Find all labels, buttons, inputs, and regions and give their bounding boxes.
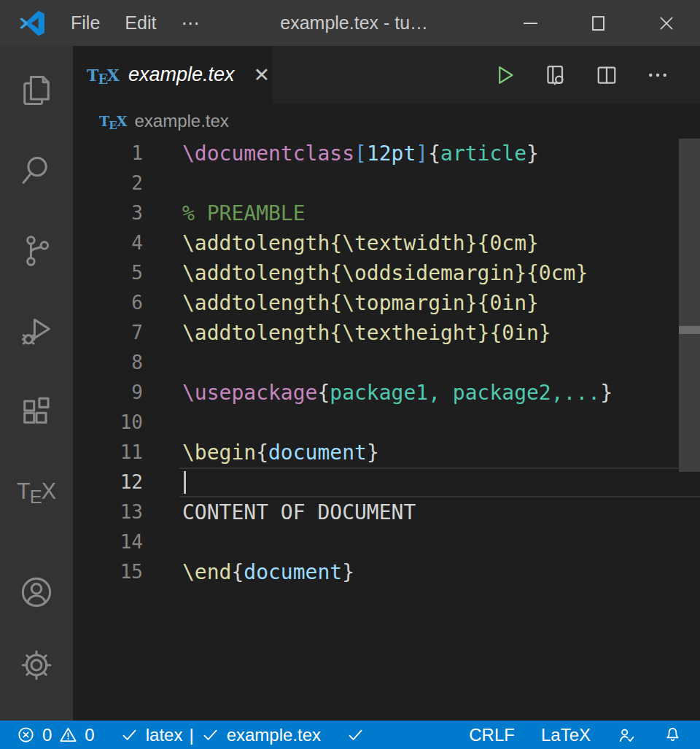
close-window-button[interactable] xyxy=(632,0,700,46)
tab-example-tex[interactable]: TEX example.tex ✕ xyxy=(75,46,273,104)
activity-item-extensions[interactable] xyxy=(0,371,73,451)
code-token: 12pt xyxy=(367,141,416,166)
line-number[interactable]: 15 xyxy=(73,557,143,587)
status-item-notifications[interactable] xyxy=(663,725,682,745)
maximize-button[interactable] xyxy=(564,0,632,46)
code-line-10[interactable]: 10 xyxy=(73,408,700,438)
line-content: \documentclass[12pt]{article} xyxy=(143,139,539,168)
status-item-language-mode[interactable]: LaTeX xyxy=(541,725,591,745)
run-debug-icon xyxy=(18,312,55,350)
code-line-6[interactable]: 6\addtolength{\topmargin}{0in} xyxy=(73,288,700,318)
menu-edit[interactable]: Edit xyxy=(112,0,168,46)
status-text: 0 xyxy=(42,725,52,745)
code-token: CONTENT OF DOCUMENT xyxy=(182,500,416,524)
line-number[interactable]: 14 xyxy=(73,527,143,557)
line-number[interactable]: 1 xyxy=(73,139,143,168)
view-latex-pdf-button[interactable] xyxy=(542,62,569,88)
search-icon xyxy=(18,152,55,190)
check-icon xyxy=(346,725,365,745)
line-number[interactable]: 8 xyxy=(73,348,143,378)
line-content xyxy=(143,527,182,557)
code-line-14[interactable]: 14 xyxy=(73,527,700,557)
line-number[interactable]: 2 xyxy=(73,168,143,198)
line-number[interactable]: 7 xyxy=(73,318,143,348)
code-token: } xyxy=(526,141,539,166)
line-number[interactable]: 3 xyxy=(73,198,143,228)
status-item-problems[interactable]: 00 xyxy=(16,725,95,745)
status-item-eol-sequence[interactable]: CRLF xyxy=(469,725,515,745)
code-line-8[interactable]: 8 xyxy=(73,348,700,378)
code-token: \addtolength{\textheight}{0in} xyxy=(182,321,551,345)
code-line-9[interactable]: 9\usepackage{package1, package2,...} xyxy=(73,378,700,408)
line-number[interactable]: 4 xyxy=(73,228,143,258)
activity-item-settings[interactable] xyxy=(0,629,73,702)
editor-scrollbar xyxy=(679,139,700,721)
line-content xyxy=(143,467,182,497)
status-bar-left: 00latex|example.tex xyxy=(16,725,365,745)
activity-bar-bottom xyxy=(0,556,73,702)
line-number[interactable]: 13 xyxy=(73,497,143,527)
line-content: % PREAMBLE xyxy=(143,198,306,228)
more-actions-button[interactable] xyxy=(645,62,671,88)
activity-item-source-control[interactable] xyxy=(0,211,73,291)
status-item-feedback[interactable] xyxy=(617,725,637,745)
minimize-icon xyxy=(524,23,537,24)
status-item-latex-structure[interactable]: latex|example.tex xyxy=(120,725,321,745)
line-content xyxy=(143,168,182,198)
code-token: \usepackage xyxy=(182,381,317,405)
minimize-button[interactable] xyxy=(497,0,564,46)
build-latex-project-button[interactable] xyxy=(491,62,518,88)
window-controls xyxy=(497,0,700,46)
line-content xyxy=(143,348,182,378)
code-line-5[interactable]: 5\addtolength{\oddsidemargin}{0cm} xyxy=(73,258,700,288)
code-line-7[interactable]: 7\addtolength{\textheight}{0in} xyxy=(73,318,700,348)
line-content: \addtolength{\textheight}{0in} xyxy=(143,318,551,348)
code-token: { xyxy=(428,141,440,166)
activity-item-run-debug[interactable] xyxy=(0,291,73,371)
code-line-1[interactable]: 1\documentclass[12pt]{article} xyxy=(73,139,700,168)
line-content xyxy=(143,408,182,438)
tab-label: example.tex xyxy=(128,63,235,86)
menu-file[interactable]: File xyxy=(58,0,112,46)
line-number[interactable]: 10 xyxy=(73,408,143,438)
status-bar-right: CRLFLaTeX xyxy=(469,725,682,745)
activity-item-accounts[interactable] xyxy=(0,556,73,629)
menu-bar: FileEdit⋯ xyxy=(58,0,211,46)
menu-more-menus[interactable]: ⋯ xyxy=(168,0,211,46)
activity-item-explorer[interactable] xyxy=(0,50,73,131)
line-number[interactable]: 5 xyxy=(73,258,143,288)
line-number[interactable]: 12 xyxy=(73,467,143,497)
activity-item-latex-workshop[interactable]: TEX xyxy=(0,451,73,532)
files-icon xyxy=(18,71,55,109)
split-icon xyxy=(594,62,620,88)
code-token: article xyxy=(440,141,526,166)
tex-file-icon: TEX xyxy=(99,113,127,129)
code-line-11[interactable]: 11\begin{document} xyxy=(73,438,700,467)
activity-item-search[interactable] xyxy=(0,131,73,211)
tab-close-icon[interactable]: ✕ xyxy=(253,63,270,87)
code-token: % PREAMBLE xyxy=(182,201,306,225)
line-number[interactable]: 6 xyxy=(73,288,143,318)
status-item-spell-check[interactable] xyxy=(346,725,365,745)
activity-bar-top: TEX xyxy=(0,50,73,532)
code-line-3[interactable]: 3% PREAMBLE xyxy=(73,198,700,228)
code-editor[interactable]: 1\documentclass[12pt]{article}23% PREAMB… xyxy=(73,139,700,721)
code-token: { xyxy=(231,560,244,584)
split-editor-button[interactable] xyxy=(594,62,620,88)
close-icon xyxy=(657,14,676,33)
line-number[interactable]: 9 xyxy=(73,378,143,408)
breadcrumb-item-file[interactable]: example.tex xyxy=(134,111,228,131)
code-lines: 1\documentclass[12pt]{article}23% PREAMB… xyxy=(73,139,700,587)
title-bar: FileEdit⋯ example.tex - tu… xyxy=(0,0,700,46)
line-number[interactable]: 11 xyxy=(73,438,143,467)
code-line-4[interactable]: 4\addtolength{\textwidth}{0cm} xyxy=(73,228,700,258)
line-content: \end{document} xyxy=(143,557,354,587)
scrollbar-thumb[interactable] xyxy=(679,139,700,472)
tex-logo-icon: TEX xyxy=(17,478,57,505)
code-token: { xyxy=(256,441,268,465)
code-token: package1, package2,... xyxy=(330,381,600,405)
error-icon xyxy=(16,725,36,745)
code-line-15[interactable]: 15\end{document} xyxy=(73,557,700,587)
code-line-2[interactable]: 2 xyxy=(73,168,700,198)
code-line-13[interactable]: 13CONTENT OF DOCUMENT xyxy=(73,497,700,527)
